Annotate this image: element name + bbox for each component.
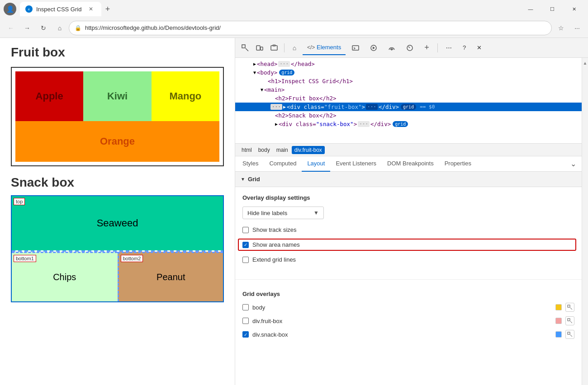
- address-bar[interactable]: 🔒 https://microsoftedge.github.io/Demos/…: [69, 21, 552, 35]
- dom-arrow-snack: ▶: [275, 122, 278, 127]
- overlay-body-inspect-btn[interactable]: [565, 303, 574, 312]
- overlay-snack-inspect-btn[interactable]: [565, 330, 574, 339]
- fruit-orange: Orange: [15, 121, 219, 162]
- extend-grid-lines-checkbox[interactable]: [242, 257, 249, 263]
- network-tool[interactable]: [384, 41, 400, 55]
- overlay-fruit-name: div.fruit-box: [252, 318, 552, 324]
- dom-head-tag: <head>: [257, 61, 277, 67]
- home-button[interactable]: ⌂: [52, 21, 67, 35]
- svg-rect-4: [261, 47, 263, 50]
- dom-ellipsis-fruit: ···: [270, 104, 282, 110]
- snack-box-title: Snack box: [11, 175, 224, 190]
- dom-ellipsis-head: ···: [278, 61, 290, 67]
- minimize-button[interactable]: —: [520, 2, 541, 16]
- browser-tab-active[interactable]: e Inspect CSS Grid ✕: [20, 2, 101, 16]
- breadcrumb-div-fruit[interactable]: div.fruit-box: [292, 146, 325, 154]
- breadcrumb-main[interactable]: main: [274, 146, 291, 154]
- add-panel-tool[interactable]: +: [420, 41, 434, 55]
- dom-row-div-fruit[interactable]: ··· ▶ <div class="fruit-box"> ··· </div>…: [235, 103, 582, 111]
- overlay-snack-color[interactable]: [555, 331, 562, 338]
- inspect-element-tool[interactable]: [239, 42, 251, 54]
- help-button[interactable]: ?: [458, 41, 470, 55]
- line-labels-dropdown[interactable]: Hide line labels ▼: [242, 207, 324, 219]
- tab-computed[interactable]: Computed: [264, 156, 302, 172]
- grid-section-header[interactable]: ▼ Grid: [235, 172, 582, 187]
- dom-head-close: </head>: [291, 61, 315, 67]
- tab-styles[interactable]: Styles: [237, 156, 264, 172]
- back-button[interactable]: ←: [4, 21, 18, 35]
- svg-rect-7: [352, 46, 359, 50]
- snack-box: top Seaweed bottom1 Chips bottom2 Peanut: [11, 195, 224, 302]
- svg-point-9: [391, 49, 393, 50]
- maximize-button[interactable]: ☐: [542, 2, 563, 16]
- dom-h2-snack-tag: <h2>Snack box</h2>: [275, 112, 336, 119]
- close-devtools[interactable]: ✕: [472, 41, 486, 55]
- close-button[interactable]: ✕: [564, 2, 584, 16]
- performance-tool[interactable]: [402, 41, 418, 55]
- page-content: Fruit box Apple Kiwi Mango Orange: [0, 38, 235, 385]
- sources-tool[interactable]: [365, 41, 382, 55]
- title-bar: 👤 e Inspect CSS Grid ✕ + — ☐ ✕: [0, 0, 588, 18]
- toolbar-sep2: [437, 43, 438, 52]
- tab-properties[interactable]: Properties: [439, 156, 477, 172]
- favorites-button[interactable]: ☆: [554, 21, 568, 35]
- tab-layout[interactable]: Layout: [302, 156, 330, 172]
- scroll-up-arrow[interactable]: ▲: [582, 60, 588, 66]
- dom-h2-fruit-tag: <h2>Fruit box</h2>: [275, 95, 336, 102]
- overlay-body-color[interactable]: [555, 304, 562, 310]
- dropdown-arrow-icon: ▼: [313, 210, 319, 216]
- dom-snack-ellipsis: ···: [358, 121, 370, 127]
- more-tools[interactable]: ···: [441, 41, 456, 55]
- device-emulation-tool[interactable]: [253, 42, 266, 54]
- title-bar-left: 👤: [4, 3, 16, 15]
- dropdown-value: Hide line labels: [247, 210, 287, 216]
- dom-row-body[interactable]: ▼ <body> grid: [235, 68, 582, 77]
- area-label-top: top: [14, 198, 25, 205]
- reload-button[interactable]: ↻: [36, 21, 51, 35]
- dom-row-head[interactable]: ▶ <head> ··· </head>: [235, 60, 582, 68]
- console-tool[interactable]: [347, 41, 364, 55]
- breadcrumb-body[interactable]: body: [256, 146, 273, 154]
- dom-snack-badge: grid: [393, 121, 408, 127]
- dom-main-tag: <main>: [264, 86, 285, 93]
- snack-chips: bottom1 Chips: [12, 252, 118, 301]
- svg-rect-12: [568, 319, 570, 321]
- dom-row-main[interactable]: ▼ <main>: [235, 85, 582, 94]
- elements-panel-tab[interactable]: </> Elements: [303, 41, 346, 55]
- more-button[interactable]: ···: [570, 21, 584, 35]
- dom-arrow-head: ▶: [253, 61, 256, 66]
- devtools-scrollbar[interactable]: ▲: [582, 58, 588, 385]
- screenshot-tool[interactable]: [268, 42, 280, 54]
- dom-div-fruit-tag: <div class="fruit-box">: [287, 103, 365, 110]
- overlay-fruit-checkbox[interactable]: [242, 318, 249, 324]
- snack-top-area: top Seaweed: [12, 196, 223, 250]
- grid-section: ▼ Grid Overlay display settings Hide lin…: [235, 172, 582, 351]
- window-controls: — ☐ ✕: [520, 2, 584, 16]
- forward-button[interactable]: →: [20, 21, 34, 35]
- dom-fruit-badge: grid: [401, 104, 416, 110]
- nav-bar: ← → ↻ ⌂ 🔒 https://microsoftedge.github.i…: [0, 18, 588, 38]
- dom-fruit-ellipsis2: ···: [366, 104, 378, 110]
- overlay-fruit-inspect-btn[interactable]: [565, 316, 574, 325]
- tab-dom-breakpoints[interactable]: DOM Breakpoints: [382, 156, 439, 172]
- tabs-more-button[interactable]: ⌄: [567, 160, 580, 168]
- home-devtools[interactable]: ⌂: [288, 42, 301, 54]
- fruit-box-title: Fruit box: [11, 45, 224, 60]
- tab-close-button[interactable]: ✕: [89, 6, 93, 12]
- overlay-fruit-color[interactable]: [555, 318, 562, 324]
- breadcrumb-html[interactable]: html: [239, 146, 255, 154]
- dom-row-h1[interactable]: <h1>Inspect CSS Grid</h1>: [235, 77, 582, 85]
- overlay-body-checkbox[interactable]: [242, 304, 249, 310]
- profile-icon[interactable]: 👤: [4, 3, 16, 15]
- tab-event-listeners[interactable]: Event Listeners: [330, 156, 382, 172]
- dom-fruit-dollar: == $0: [420, 104, 435, 110]
- devtools-inner: ▶ <head> ··· </head> ▼ <body> grid: [235, 58, 588, 385]
- dom-row-h2-snack[interactable]: <h2>Snack box</h2>: [235, 111, 582, 120]
- dom-row-div-snack[interactable]: ▶ <div class="snack-box"> ··· </div> gri…: [235, 120, 582, 128]
- dom-row-h2-fruit[interactable]: <h2>Fruit box</h2>: [235, 94, 582, 103]
- new-tab-button[interactable]: +: [101, 3, 114, 15]
- overlay-snack-checkbox[interactable]: ✓: [242, 331, 249, 338]
- dom-body-tag: <body>: [257, 69, 277, 76]
- show-track-sizes-checkbox[interactable]: [242, 227, 249, 233]
- show-area-names-checkbox[interactable]: ✓: [242, 242, 249, 248]
